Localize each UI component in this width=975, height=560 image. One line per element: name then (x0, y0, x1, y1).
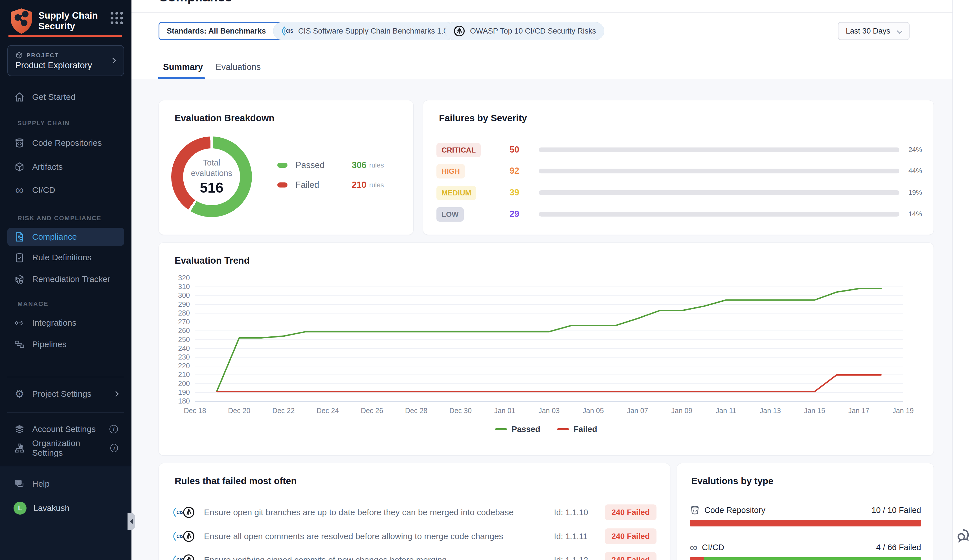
svg-text:Jan 15: Jan 15 (804, 407, 825, 415)
org-gear-icon (13, 442, 25, 454)
sidebar-item-get-started[interactable]: Get Started (7, 88, 124, 106)
svg-text:320: 320 (178, 274, 190, 282)
chevron-right-icon (113, 391, 119, 397)
sidebar-footer: ? Help L Lavakush (0, 466, 132, 560)
rules-failed-card: Rules that failed most often CIS Ensure … (159, 463, 670, 560)
main-content: Compliance Standards: All Benchmarks CIS… (132, 0, 975, 560)
app-switcher-icon[interactable] (110, 12, 123, 24)
card-title: Evalutions by type (691, 476, 773, 487)
card-title: Rules that failed most often (175, 476, 297, 487)
compliance-document-icon (13, 231, 25, 243)
bytype-bar-code-repository (690, 520, 921, 527)
infinity-icon: ∞ (13, 184, 25, 196)
svg-text:Dec 26: Dec 26 (361, 407, 383, 415)
rule-row[interactable]: CIS Ensure all open comments are resolve… (172, 527, 656, 546)
rule-row[interactable]: CIS Ensure verifying signed commits of n… (172, 551, 656, 560)
svg-text:310: 310 (178, 283, 190, 290)
failed-count-badge: 240 Failed (605, 505, 656, 520)
header-divider (132, 12, 952, 13)
failed-legend-swatch (277, 182, 287, 188)
sidebar-item-label: Rule Definitions (32, 253, 92, 262)
sidebar-item-integrations[interactable]: Integrations (7, 314, 124, 332)
sidebar-item-pipelines[interactable]: Pipelines (7, 335, 124, 353)
sidebar-item-label: Project Settings (32, 389, 92, 399)
svg-text:Jan 19: Jan 19 (892, 407, 913, 415)
page-title: Compliance (159, 0, 232, 5)
severity-row-low: LOW 29 14% (436, 205, 922, 222)
severity-pill: LOW (436, 207, 464, 222)
sidebar-item-code-repositories[interactable]: Code Repositories (7, 134, 124, 152)
svg-text:CIS: CIS (286, 29, 294, 33)
severity-count: 92 (509, 166, 519, 176)
rule-id: Id: 1.1.12 (554, 555, 605, 560)
chip-owasp-top10[interactable]: OWASP Top 10 CI/CD Security Risks (445, 22, 604, 40)
sidebar-item-rule-definitions[interactable]: Rule Definitions (7, 248, 124, 267)
tab-evaluations[interactable]: Evaluations (215, 62, 260, 72)
severity-count: 50 (509, 145, 519, 155)
collapse-arrow-icon (130, 519, 133, 524)
svg-text:Dec 22: Dec 22 (272, 407, 294, 415)
svg-text:220: 220 (178, 362, 190, 370)
severity-pill: CRITICAL (436, 143, 481, 157)
failures-by-severity-card: Failures by Severity CRITICAL 50 24% HIG… (423, 100, 934, 235)
chip-cis-benchmark[interactable]: CIS CIS Software Supply Chain Benchmarks… (273, 22, 456, 40)
date-range-dropdown[interactable]: Last 30 Days (838, 22, 910, 40)
sidebar-item-organization-settings[interactable]: Organization Settings i (7, 439, 124, 457)
svg-text:?: ? (17, 480, 20, 485)
evaluation-donut-chart: Total evaluations 516 (171, 137, 252, 217)
sidebar-item-remediation-tracker[interactable]: Remediation Tracker (7, 270, 124, 288)
sidebar-item-cicd[interactable]: ∞ CI/CD (7, 181, 124, 199)
card-title: Evaluation Trend (175, 255, 250, 266)
project-selector[interactable]: PROJECT Product Exploratory (7, 45, 124, 76)
active-tab-underline (158, 77, 205, 79)
sidebar-collapse-handle[interactable] (127, 513, 135, 530)
severity-row-critical: CRITICAL 50 24% (436, 141, 922, 158)
sidebar-section-risk: RISK AND COMPLIANCE (17, 215, 102, 222)
sidebar-divider (7, 377, 124, 377)
sidebar: Supply Chain Security PROJECT Product Ex… (0, 0, 132, 560)
severity-pill: MEDIUM (436, 186, 476, 200)
chat-bubbles-icon[interactable] (956, 527, 973, 543)
sidebar-section-manage: MANAGE (17, 300, 48, 308)
donut-total-value: 516 (200, 180, 223, 196)
sidebar-accent-line (8, 35, 122, 37)
clipboard-check-icon (13, 252, 25, 263)
sidebar-item-compliance[interactable]: Compliance (7, 228, 124, 246)
rule-row[interactable]: CIS Ensure open git branches are up to d… (172, 503, 656, 522)
sidebar-item-help[interactable]: ? Help (7, 475, 124, 493)
svg-text:290: 290 (178, 300, 190, 308)
rule-text: Ensure all open comments are resolved be… (204, 532, 554, 541)
code-repository-icon (13, 137, 25, 149)
svg-text:Dec 28: Dec 28 (405, 407, 427, 415)
owasp-logo-icon (182, 506, 195, 518)
evaluations-by-type-card: Evalutions by type Code Repository 10 / … (677, 463, 934, 560)
sidebar-item-account-settings[interactable]: Account Settings i (7, 420, 124, 438)
severity-bar-track (539, 190, 899, 195)
svg-text:Jan 13: Jan 13 (760, 407, 781, 415)
sidebar-item-label: Pipelines (32, 340, 67, 349)
code-repository-icon (690, 505, 700, 515)
svg-text:Jan 11: Jan 11 (716, 407, 736, 415)
svg-text:250: 250 (178, 335, 190, 343)
remediation-box-icon (13, 273, 25, 285)
sidebar-item-artifacts[interactable]: Artifacts (7, 158, 124, 176)
standards-filter-dropdown[interactable]: Standards: All Benchmarks (159, 22, 285, 40)
card-title: Failures by Severity (439, 113, 527, 123)
passed-line-swatch (495, 428, 507, 430)
sidebar-section-supply-chain: SUPPLY CHAIN (17, 120, 70, 127)
rule-standard-icons: CIS (172, 554, 204, 560)
severity-percent: 19% (908, 188, 922, 197)
svg-text:300: 300 (178, 291, 190, 299)
severity-pill: HIGH (436, 164, 465, 178)
bytype-status: 10 / 10 Failed (871, 506, 921, 515)
info-icon: i (110, 444, 118, 452)
rule-standard-icons: CIS (172, 530, 204, 543)
sidebar-item-project-settings[interactable]: ⚙ Project Settings (7, 385, 124, 403)
sidebar-user[interactable]: L Lavakush (7, 499, 124, 517)
owasp-logo-icon (453, 25, 466, 37)
severity-percent: 14% (908, 210, 922, 218)
severity-bar-track (539, 147, 899, 152)
tab-summary[interactable]: Summary (163, 62, 203, 72)
chevron-down-icon (897, 28, 903, 34)
user-name: Lavakush (33, 503, 69, 513)
